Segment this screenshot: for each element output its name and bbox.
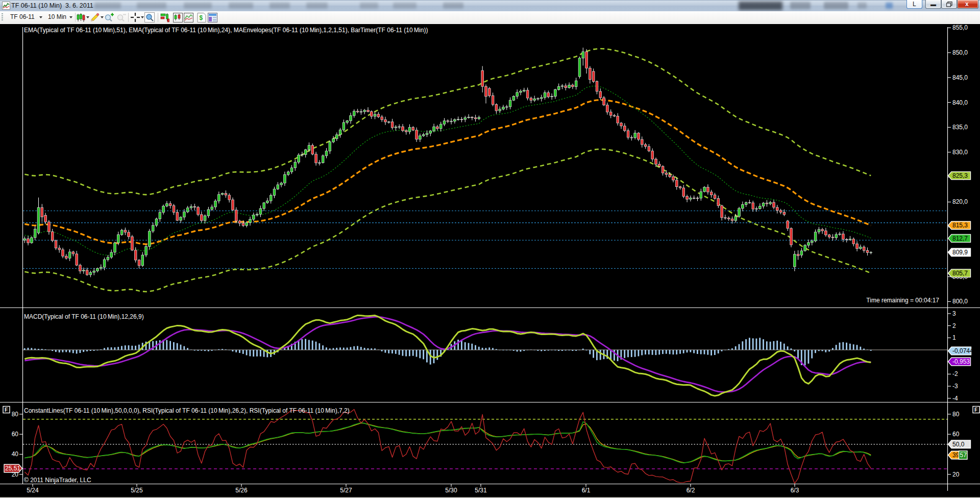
svg-text:840,0: 840,0 <box>952 99 968 106</box>
svg-text:825,3: 825,3 <box>952 172 968 179</box>
svg-text:800,0: 800,0 <box>952 298 968 305</box>
svg-text:80: 80 <box>952 411 960 418</box>
svg-text:855,0: 855,0 <box>952 24 968 31</box>
svg-text:835,0: 835,0 <box>952 124 968 131</box>
svg-text:809,9: 809,9 <box>952 249 968 256</box>
svg-text:6/2: 6/2 <box>687 487 695 494</box>
svg-text:-4: -4 <box>952 395 958 402</box>
svg-text:-0,0744: -0,0744 <box>952 347 973 354</box>
svg-text:3: 3 <box>952 310 956 317</box>
svg-text:830,0: 830,0 <box>952 149 968 156</box>
svg-text:60: 60 <box>952 431 960 438</box>
svg-text:5/27: 5/27 <box>340 487 352 494</box>
svg-text:5/25: 5/25 <box>131 487 143 494</box>
svg-text:EMA(Typical of TF 06-11 (10 Mi: EMA(Typical of TF 06-11 (10 Min),51), EM… <box>24 27 428 34</box>
svg-text:-2: -2 <box>952 370 958 377</box>
svg-text:5/31: 5/31 <box>475 487 487 494</box>
svg-text:© 2011 NinjaTrader, LLC: © 2011 NinjaTrader, LLC <box>24 477 91 484</box>
svg-text:-3: -3 <box>952 383 958 390</box>
svg-text:40: 40 <box>12 450 19 458</box>
svg-text:50,0: 50,0 <box>952 441 965 448</box>
svg-text:F: F <box>5 407 8 413</box>
svg-text:850,0: 850,0 <box>952 49 968 56</box>
svg-text:Time remaining = 00:04:17: Time remaining = 00:04:17 <box>866 297 939 304</box>
svg-text:MACD(Typical of TF 06-11 (10 M: MACD(Typical of TF 06-11 (10 Min),12,26,… <box>24 313 144 320</box>
svg-text:57: 57 <box>960 452 967 459</box>
svg-text:-0,953: -0,953 <box>952 358 970 365</box>
svg-text:$: $ <box>200 14 203 21</box>
svg-text:20: 20 <box>952 471 960 478</box>
svg-text:80: 80 <box>12 411 19 418</box>
svg-text:815,3: 815,3 <box>952 222 968 229</box>
svg-text:60: 60 <box>12 431 19 438</box>
svg-text:845,0: 845,0 <box>952 74 968 81</box>
svg-text:5/24: 5/24 <box>27 487 39 494</box>
svg-text:F: F <box>974 407 977 413</box>
svg-text:ConstantLines(TF 06-11 (10 Min: ConstantLines(TF 06-11 (10 Min),50,0,0,0… <box>24 407 350 414</box>
svg-text:2: 2 <box>952 322 956 329</box>
svg-text:1: 1 <box>952 334 956 341</box>
svg-text:5/26: 5/26 <box>235 487 248 494</box>
svg-text:820,0: 820,0 <box>952 198 968 205</box>
svg-text:6/3: 6/3 <box>791 487 799 494</box>
svg-text:5/30: 5/30 <box>445 487 457 494</box>
svg-text:805,7: 805,7 <box>952 270 968 277</box>
svg-text:25,51: 25,51 <box>5 465 20 472</box>
svg-text:812,7: 812,7 <box>952 235 968 242</box>
svg-text:6/1: 6/1 <box>582 487 591 494</box>
